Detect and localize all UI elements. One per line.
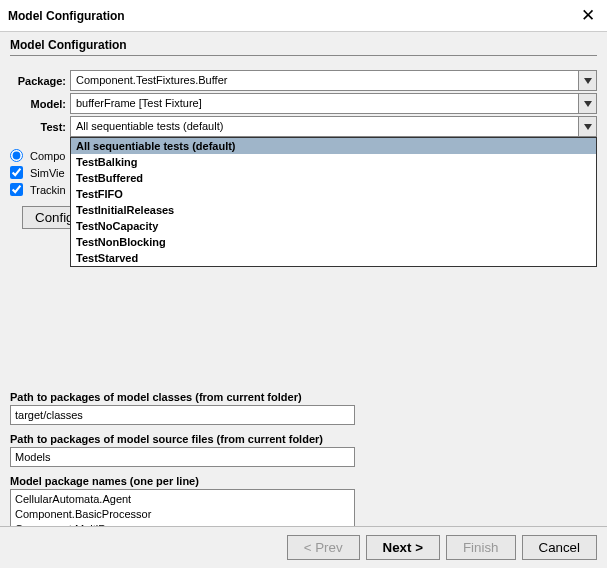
- package-row: Package: Component.TestFixtures.Buffer: [10, 70, 597, 91]
- prev-button[interactable]: < Prev: [287, 535, 360, 560]
- close-icon[interactable]: ✕: [577, 5, 599, 26]
- dropdown-option[interactable]: TestNonBlocking: [71, 234, 596, 250]
- nav-bar: < Prev Next > Finish Cancel: [0, 526, 607, 568]
- package-value: Component.TestFixtures.Buffer: [71, 71, 578, 90]
- chevron-down-icon[interactable]: [578, 117, 596, 136]
- content-area: Model Configuration Package: Component.T…: [0, 32, 607, 568]
- model-label: Model:: [10, 98, 70, 110]
- test-row: Test: All sequentiable tests (default) A…: [10, 116, 597, 137]
- sources-path-label: Path to packages of model source files (…: [10, 433, 597, 445]
- dropdown-option[interactable]: TestFIFO: [71, 186, 596, 202]
- model-combo[interactable]: bufferFrame [Test Fixture]: [70, 93, 597, 114]
- dropdown-option[interactable]: TestNoCapacity: [71, 218, 596, 234]
- chevron-down-icon[interactable]: [578, 94, 596, 113]
- test-combo[interactable]: All sequentiable tests (default): [70, 116, 597, 137]
- model-row: Model: bufferFrame [Test Fixture]: [10, 93, 597, 114]
- sources-path-input[interactable]: [10, 447, 355, 467]
- dropdown-option[interactable]: TestStarved: [71, 250, 596, 266]
- dropdown-option[interactable]: TestBuffered: [71, 170, 596, 186]
- compo-label: Compo: [30, 150, 65, 162]
- dropdown-option[interactable]: TestInitialReleases: [71, 202, 596, 218]
- simview-label: SimVie: [30, 167, 65, 179]
- finish-button[interactable]: Finish: [446, 535, 516, 560]
- next-button[interactable]: Next >: [366, 535, 440, 560]
- window-title: Model Configuration: [8, 9, 125, 23]
- dropdown-option[interactable]: TestBalking: [71, 154, 596, 170]
- test-dropdown-list: All sequentiable tests (default) TestBal…: [70, 137, 597, 267]
- compo-radio[interactable]: [10, 149, 23, 162]
- simview-checkbox[interactable]: [10, 166, 23, 179]
- tracking-checkbox[interactable]: [10, 183, 23, 196]
- dropdown-option[interactable]: All sequentiable tests (default): [71, 138, 596, 154]
- packages-list-label: Model package names (one per line): [10, 475, 597, 487]
- classes-path-input[interactable]: [10, 405, 355, 425]
- chevron-down-icon[interactable]: [578, 71, 596, 90]
- test-value: All sequentiable tests (default): [71, 117, 578, 136]
- title-bar: Model Configuration ✕: [0, 0, 607, 32]
- package-label: Package:: [10, 75, 70, 87]
- test-label: Test:: [10, 121, 70, 133]
- model-value: bufferFrame [Test Fixture]: [71, 94, 578, 113]
- classes-path-label: Path to packages of model classes (from …: [10, 391, 597, 403]
- tracking-label: Trackin: [30, 184, 66, 196]
- cancel-button[interactable]: Cancel: [522, 535, 598, 560]
- package-combo[interactable]: Component.TestFixtures.Buffer: [70, 70, 597, 91]
- section-title: Model Configuration: [10, 38, 597, 56]
